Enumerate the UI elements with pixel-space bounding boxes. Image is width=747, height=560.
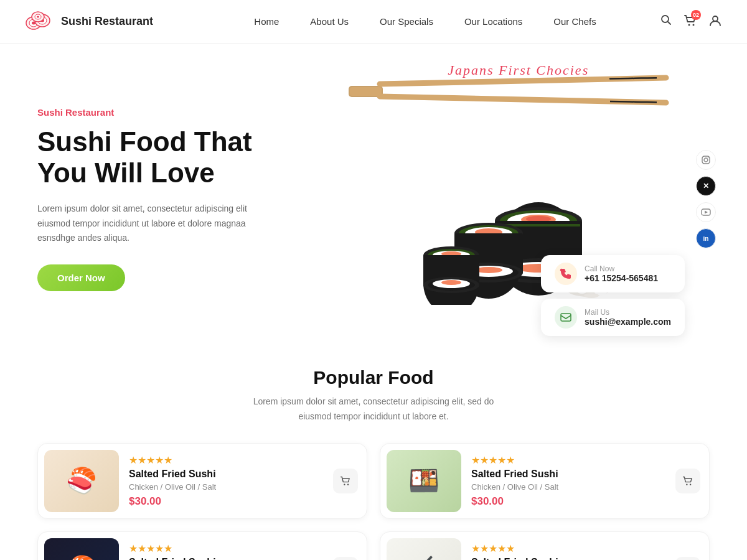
popular-desc-line1: Lorem ipsum dolor sit amet, consectetur …: [253, 396, 494, 406]
popular-desc: Lorem ipsum dolor sit amet, consectetur …: [37, 394, 710, 424]
nav-links: Home About Us Our Specials Our Locations…: [190, 16, 660, 27]
hero-title-line1: Sushi Food That: [37, 126, 252, 157]
hero-left: Sushi Restaurant Sushi Food That You Wil…: [37, 107, 299, 292]
food-info-4: ★★★★★ Salted Fried Sushi Chicken / Olive…: [471, 543, 703, 560]
food-image-4: 🥢: [387, 538, 461, 560]
svg-point-74: [686, 483, 687, 485]
food-ingredients-1: Chicken / Olive Oil / Salt: [129, 482, 360, 492]
phone-card: Call Now +61 15254-565481: [541, 255, 685, 292]
phone-label: Call Now: [585, 264, 658, 273]
food-image-1: 🍣: [44, 450, 119, 512]
hero-title-line2: You Will Love: [37, 157, 215, 188]
svg-point-73: [347, 483, 349, 485]
svg-point-12: [693, 24, 695, 26]
nav-item-specials[interactable]: Our Specials: [380, 16, 433, 27]
brand-name: Sushi Restaurant: [61, 15, 153, 28]
nav-item-home[interactable]: Home: [254, 16, 279, 27]
order-now-button[interactable]: Order Now: [37, 264, 125, 291]
svg-rect-15: [350, 87, 382, 96]
svg-point-72: [344, 483, 345, 485]
food-stars-4: ★★★★★: [471, 543, 703, 554]
mail-label: Mail Us: [585, 308, 671, 317]
food-name-4: Salted Fried Sushi: [471, 557, 703, 560]
nav-item-about[interactable]: About Us: [310, 16, 349, 27]
search-icon[interactable]: [660, 14, 672, 29]
food-card-4: 🥢 ★★★★★ Salted Fried Sushi Chicken / Oli…: [380, 531, 710, 560]
phone-info: Call Now +61 15254-565481: [585, 264, 658, 283]
social-bar: ✕ in: [696, 150, 716, 248]
svg-point-75: [690, 483, 691, 485]
svg-line-17: [610, 78, 629, 79]
svg-point-13: [713, 16, 718, 21]
phone-icon: [555, 263, 577, 285]
chopsticks-icon: [311, 68, 672, 118]
food-stars-2: ★★★★★: [471, 454, 703, 466]
twitter-icon[interactable]: ✕: [696, 176, 716, 196]
hero-section: Sushi Restaurant Sushi Food That You Wil…: [0, 44, 747, 342]
svg-line-23: [610, 101, 629, 102]
food-price-2: $30.00: [471, 495, 703, 508]
svg-marker-71: [705, 211, 708, 214]
food-name-1: Salted Fried Sushi: [129, 469, 360, 480]
food-name-3: Salted Fried Sushi: [129, 557, 360, 560]
food-card-3: 🍣 ★★★★★ Salted Fried Sushi Chicken / Oli…: [37, 531, 367, 560]
food-price-1: $30.00: [129, 495, 360, 508]
hero-title: Sushi Food That You Will Love: [37, 126, 299, 189]
add-to-cart-button-2[interactable]: [675, 469, 700, 493]
svg-rect-67: [702, 156, 710, 164]
nav-icons: 02: [660, 14, 722, 30]
food-info-1: ★★★★★ Salted Fried Sushi Chicken / Olive…: [129, 454, 360, 508]
linkedin-icon[interactable]: in: [696, 228, 716, 248]
food-info-3: ★★★★★ Salted Fried Sushi Chicken / Olive…: [129, 543, 360, 560]
mail-icon: [555, 306, 577, 329]
food-image-3: 🍣: [44, 538, 119, 560]
food-name-2: Salted Fried Sushi: [471, 469, 703, 480]
food-grid: 🍣 ★★★★★ Salted Fried Sushi Chicken / Oli…: [37, 443, 710, 560]
food-stars-3: ★★★★★: [129, 543, 360, 554]
logo-icon: [25, 9, 55, 34]
food-card-1: 🍣 ★★★★★ Salted Fried Sushi Chicken / Oli…: [37, 443, 367, 519]
navbar: Sushi Restaurant Home About Us Our Speci…: [0, 0, 747, 44]
food-image-2: 🍱: [387, 450, 461, 512]
svg-line-10: [668, 22, 671, 25]
add-to-cart-button-3[interactable]: [333, 557, 358, 560]
popular-title: Popular Food: [37, 367, 710, 388]
food-stars-1: ★★★★★: [129, 454, 360, 466]
food-card-2: 🍱 ★★★★★ Salted Fried Sushi Chicken / Oli…: [380, 443, 710, 519]
youtube-icon[interactable]: [696, 202, 716, 222]
svg-point-8: [37, 16, 39, 17]
nav-item-chefs[interactable]: Our Chefs: [553, 16, 596, 27]
food-info-2: ★★★★★ Salted Fried Sushi Chicken / Olive…: [471, 454, 703, 508]
add-to-cart-button-4[interactable]: [675, 557, 700, 560]
svg-point-69: [708, 157, 709, 159]
logo[interactable]: Sushi Restaurant: [25, 9, 153, 34]
mail-info: Mail Us sushi@example.com: [585, 308, 671, 327]
svg-point-68: [704, 158, 708, 162]
hero-description: Lorem ipsum dolor sit amet, consectetur …: [37, 202, 261, 246]
instagram-icon[interactable]: [696, 150, 716, 170]
mail-value: sushi@example.com: [585, 317, 671, 327]
cart-icon[interactable]: 02: [684, 14, 697, 30]
add-to-cart-button-1[interactable]: [333, 469, 358, 493]
nav-item-locations[interactable]: Our Locations: [464, 16, 522, 27]
svg-point-60: [441, 280, 461, 285]
phone-value: +61 15254-565481: [585, 273, 658, 283]
popular-desc-line2: eiusmod tempor incididunt ut labore et.: [298, 411, 448, 421]
hero-right: Japans First Chocies: [299, 68, 710, 330]
cart-badge: 02: [691, 10, 701, 20]
hero-subtitle: Sushi Restaurant: [37, 107, 299, 118]
food-ingredients-2: Chicken / Olive Oil / Salt: [471, 482, 703, 492]
user-icon[interactable]: [708, 14, 722, 30]
svg-point-11: [688, 24, 690, 26]
svg-rect-66: [561, 314, 571, 321]
mail-card: Mail Us sushi@example.com: [541, 299, 685, 336]
contact-cards: Call Now +61 15254-565481 Mail Us sushi@…: [541, 255, 685, 336]
popular-section: Popular Food Lorem ipsum dolor sit amet,…: [0, 342, 747, 560]
